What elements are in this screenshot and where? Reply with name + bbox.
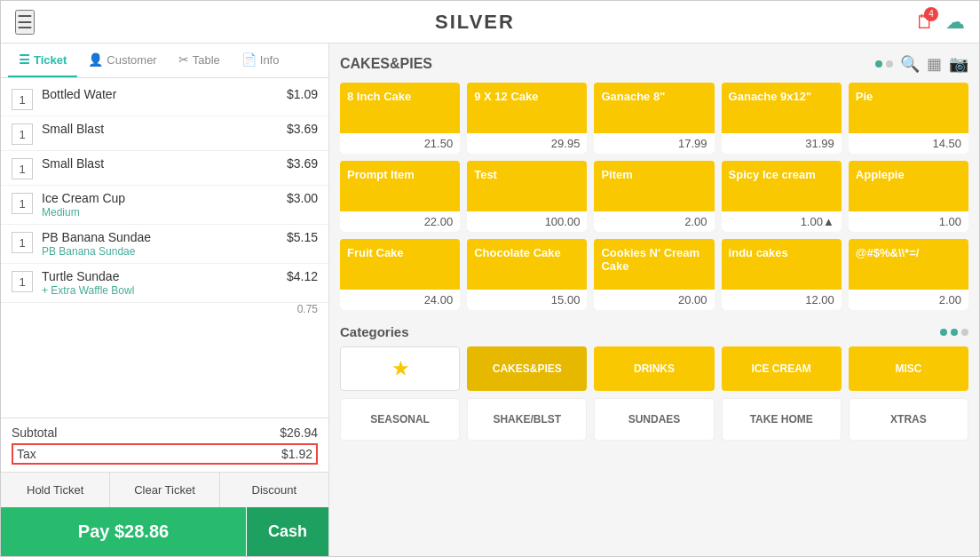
item-card[interactable]: @#$%&\\*=/ 2.00 bbox=[849, 239, 968, 310]
category-cakes[interactable]: CAKES&PIES bbox=[467, 346, 587, 391]
item-price: 31.99 bbox=[722, 133, 842, 154]
category-drinks[interactable]: DRINKS bbox=[594, 346, 714, 391]
list-item[interactable]: 1 Small Blast $3.69 bbox=[1, 116, 328, 151]
category-misc[interactable]: MISC bbox=[849, 346, 968, 391]
item-card[interactable]: Pitem 2.00 bbox=[594, 161, 714, 232]
item-price: $1.09 bbox=[273, 87, 318, 101]
camera-button[interactable]: 📷 bbox=[949, 54, 968, 74]
subtotal-label: Subtotal bbox=[12, 426, 57, 440]
item-label: Fruit Cake bbox=[340, 239, 460, 290]
item-details: Bottled Water bbox=[42, 87, 273, 101]
list-item[interactable]: 1 Small Blast $3.69 bbox=[1, 151, 328, 186]
item-label: 8 Inch Cake bbox=[340, 83, 460, 133]
cat-dot-3 bbox=[961, 329, 968, 336]
left-panel: ☰ Ticket 👤 Customer ✂ Table 📄 Info bbox=[1, 44, 329, 556]
item-label: Ganache 8" bbox=[594, 83, 714, 133]
item-price: 21.50 bbox=[340, 133, 460, 154]
item-price: 12.00 bbox=[722, 290, 842, 310]
category-seasonal[interactable]: SEASONAL bbox=[340, 398, 460, 441]
list-item[interactable]: 1 Ice Cream Cup Medium $3.00 bbox=[1, 186, 328, 225]
tab-info[interactable]: 📄 Info bbox=[231, 44, 290, 77]
header-right: 🗒 4 ☁ bbox=[915, 11, 965, 34]
cat-dot-1 bbox=[940, 329, 947, 336]
item-name: Ice Cream Cup bbox=[42, 191, 273, 205]
item-card[interactable]: Pie 14.50 bbox=[849, 83, 968, 154]
app-container: ☰ SILVER 🗒 4 ☁ ☰ Ticket 👤 Customer bbox=[0, 0, 980, 557]
item-label: @#$%&\\*=/ bbox=[849, 239, 968, 290]
item-price: $3.00 bbox=[273, 191, 318, 205]
item-label: Pie bbox=[849, 83, 968, 133]
item-label: 9 X 12 Cake bbox=[467, 83, 587, 133]
category-sundaes[interactable]: SUNDAES bbox=[594, 398, 714, 441]
main-layout: ☰ Ticket 👤 Customer ✂ Table 📄 Info bbox=[1, 44, 979, 556]
item-label: Cookies N' Cream Cake bbox=[594, 239, 714, 290]
list-item[interactable]: 1 Bottled Water $1.09 bbox=[1, 82, 328, 116]
item-card[interactable]: 8 Inch Cake 21.50 bbox=[340, 83, 460, 154]
cash-button[interactable]: Cash bbox=[246, 507, 328, 556]
item-details: Small Blast bbox=[42, 122, 273, 136]
item-label: Applepie bbox=[849, 161, 968, 211]
tab-ticket[interactable]: ☰ Ticket bbox=[8, 44, 77, 77]
ticket-items-list: 1 Bottled Water $1.09 1 Small Blast $3.6… bbox=[1, 78, 328, 418]
item-sub: + Extra Waffle Bowl bbox=[42, 284, 273, 297]
item-card[interactable]: Prompt Item 22.00 bbox=[340, 161, 460, 232]
category-shake[interactable]: SHAKE/BLST bbox=[467, 398, 587, 441]
items-grid: 8 Inch Cake 21.50 9 X 12 Cake 29.95 Gana… bbox=[340, 83, 968, 310]
customer-icon: 👤 bbox=[88, 52, 103, 67]
item-qty: 1 bbox=[12, 123, 33, 145]
category-icecream[interactable]: ICE CREAM bbox=[722, 346, 842, 391]
item-price: $3.69 bbox=[273, 156, 318, 171]
pay-bar: Pay $28.86 Cash bbox=[1, 507, 328, 556]
tab-customer[interactable]: 👤 Customer bbox=[77, 44, 167, 77]
dot-2 bbox=[886, 60, 893, 68]
item-card[interactable]: Ganache 8" 17.99 bbox=[594, 83, 714, 154]
item-name: Bottled Water bbox=[42, 87, 273, 101]
item-price: 1.00 bbox=[849, 211, 968, 232]
clear-ticket-button[interactable]: Clear Ticket bbox=[110, 473, 219, 507]
categories-section: Categories ★ CAKES&PIES DRINKS ICE CREAM… bbox=[340, 324, 968, 441]
barcode-button[interactable]: ▦ bbox=[927, 54, 942, 74]
right-panel: CAKES&PIES 🔍 ▦ 📷 8 Inch Cake 21.50 bbox=[329, 44, 979, 556]
pay-button[interactable]: Pay $28.86 bbox=[1, 507, 246, 556]
tab-table[interactable]: ✂ Table bbox=[168, 44, 231, 77]
category-xtras[interactable]: XTRAS bbox=[849, 398, 968, 441]
page-dots bbox=[875, 60, 893, 68]
item-card[interactable]: Chocolate Cake 15.00 bbox=[467, 239, 587, 310]
item-card[interactable]: indu cakes 12.00 bbox=[722, 239, 842, 310]
category-title: CAKES&PIES bbox=[340, 56, 432, 72]
item-price: 2.00 bbox=[849, 290, 968, 310]
item-card[interactable]: Ganache 9x12" 31.99 bbox=[722, 83, 842, 154]
item-label: Ganache 9x12" bbox=[722, 83, 842, 133]
totals-section: Subtotal $26.94 Tax $1.92 bbox=[1, 418, 328, 472]
item-card[interactable]: Applepie 1.00 bbox=[849, 161, 968, 232]
item-card[interactable]: 9 X 12 Cake 29.95 bbox=[467, 83, 587, 154]
item-card[interactable]: Spicy Ice cream 1.00▲ bbox=[722, 161, 842, 232]
category-controls: 🔍 ▦ 📷 bbox=[875, 54, 968, 74]
categories-grid: ★ CAKES&PIES DRINKS ICE CREAM MISC SEASO… bbox=[340, 346, 968, 441]
notification-badge: 4 bbox=[924, 7, 938, 21]
item-card[interactable]: Fruit Cake 24.00 bbox=[340, 239, 460, 310]
tax-value: $1.92 bbox=[281, 447, 312, 461]
item-qty: 1 bbox=[12, 271, 33, 292]
item-price: $4.12 bbox=[273, 269, 318, 283]
list-item[interactable]: 1 Turtle Sundae + Extra Waffle Bowl $4.1… bbox=[1, 264, 328, 303]
item-details: Turtle Sundae + Extra Waffle Bowl bbox=[42, 269, 273, 297]
category-favorites[interactable]: ★ bbox=[340, 346, 460, 391]
hold-ticket-button[interactable]: Hold Ticket bbox=[1, 473, 110, 507]
item-name: Turtle Sundae bbox=[42, 269, 273, 283]
menu-button[interactable]: ☰ bbox=[15, 10, 35, 35]
item-card[interactable]: Cookies N' Cream Cake 20.00 bbox=[594, 239, 714, 310]
action-buttons: Hold Ticket Clear Ticket Discount bbox=[1, 472, 328, 507]
item-label: Pitem bbox=[594, 161, 714, 211]
item-price: 24.00 bbox=[340, 290, 460, 310]
item-price: 22.00 bbox=[340, 211, 460, 232]
notifications-button[interactable]: 🗒 4 bbox=[915, 11, 935, 34]
item-details: Small Blast bbox=[42, 156, 273, 171]
ticket-icon: ☰ bbox=[19, 52, 30, 67]
list-item[interactable]: 1 PB Banana Sundae PB Banana Sundae $5.1… bbox=[1, 225, 328, 264]
item-card[interactable]: Test 100.00 bbox=[467, 161, 587, 232]
search-button[interactable]: 🔍 bbox=[900, 54, 920, 74]
discount-button[interactable]: Discount bbox=[220, 473, 328, 507]
category-takehome[interactable]: TAKE HOME bbox=[722, 398, 842, 441]
app-title: SILVER bbox=[435, 11, 515, 34]
